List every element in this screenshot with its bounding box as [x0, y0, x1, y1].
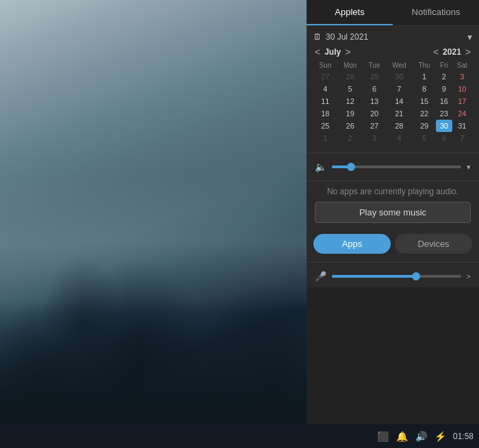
calendar-day[interactable]: 11	[313, 95, 337, 107]
taskbar-bell-icon[interactable]: 🔔	[396, 431, 409, 442]
calendar-day[interactable]: 27	[313, 70, 337, 83]
month-label: July	[324, 47, 341, 57]
calendar-day[interactable]: 6	[363, 83, 386, 95]
current-date-label: 30 Jul 2021	[326, 32, 368, 42]
calendar-day[interactable]: 16	[436, 95, 452, 107]
mic-thumb[interactable]	[412, 272, 420, 280]
calendar-day[interactable]: 28	[385, 120, 413, 132]
weekday-sun: Sun	[313, 60, 337, 70]
calendar-row: 1234567	[313, 132, 472, 144]
weekday-sat: Sat	[452, 60, 472, 70]
mic-dropdown-arrow[interactable]: >	[467, 272, 471, 280]
volume-section: 🔈 ▾	[307, 156, 479, 178]
tab-applets[interactable]: Applets	[307, 0, 393, 25]
calendar-day[interactable]: 7	[385, 83, 413, 95]
calendar-day[interactable]: 30	[385, 70, 413, 83]
mic-section: 🎤 >	[307, 265, 479, 287]
volume-thumb[interactable]	[347, 163, 355, 171]
calendar-day[interactable]: 26	[337, 120, 363, 132]
calendar-row: 25262728293031	[313, 120, 472, 132]
calendar-day[interactable]: 17	[452, 95, 472, 107]
weekday-fri: Fri	[436, 60, 452, 70]
calendar-nav: < July > < 2021 >	[313, 47, 472, 57]
calendar-day[interactable]: 28	[337, 70, 363, 83]
calendar-day[interactable]: 10	[452, 83, 472, 95]
volume-dropdown-arrow[interactable]: ▾	[467, 163, 471, 172]
tabs-bar: Applets Notifications	[307, 0, 479, 26]
apps-toggle-button[interactable]: Apps	[313, 234, 391, 254]
mic-track	[332, 275, 461, 278]
calendar-section: 🗓 30 Jul 2021 ▾ < July > < 2021 > Sun	[307, 26, 479, 150]
calendar-day[interactable]: 5	[413, 132, 436, 144]
tab-notifications[interactable]: Notifications	[393, 0, 479, 25]
weekday-wed: Wed	[385, 60, 413, 70]
date-header-left: 🗓 30 Jul 2021	[313, 32, 368, 42]
weekday-header-row: Sun Mon Tue Wed Thu Fri Sat	[313, 60, 472, 70]
calendar-day[interactable]: 4	[385, 132, 413, 144]
calendar-row: 27282930123	[313, 70, 472, 83]
calendar-day[interactable]: 9	[436, 83, 452, 95]
calendar-day[interactable]: 22	[413, 107, 436, 120]
prev-month-arrow[interactable]: <	[313, 47, 322, 57]
date-header: 🗓 30 Jul 2021 ▾	[313, 31, 472, 42]
volume-icon: 🔈	[315, 161, 326, 172]
calendar-row: 11121314151617	[313, 95, 472, 107]
mic-slider[interactable]	[332, 275, 461, 278]
calendar-day[interactable]: 14	[385, 95, 413, 107]
calendar-day[interactable]: 20	[363, 107, 386, 120]
calendar-grid: Sun Mon Tue Wed Thu Fri Sat 272829301234…	[313, 60, 472, 144]
calendar-day[interactable]: 30	[436, 120, 452, 132]
taskbar-volume-icon[interactable]: 🔊	[415, 431, 428, 442]
wallpaper	[0, 0, 308, 448]
date-header-dropdown[interactable]: ▾	[467, 31, 472, 42]
no-audio-text: No apps are currently playing audio.	[315, 187, 471, 196]
calendar-day[interactable]: 3	[452, 70, 472, 83]
calendar-row: 45678910	[313, 83, 472, 95]
volume-slider[interactable]	[332, 166, 461, 168]
calendar-day[interactable]: 24	[452, 107, 472, 120]
calendar-day[interactable]: 7	[452, 132, 472, 144]
calendar-day[interactable]: 3	[363, 132, 386, 144]
calendar-day[interactable]: 27	[363, 120, 386, 132]
calendar-row: 18192021222324	[313, 107, 472, 120]
calendar-day[interactable]: 4	[313, 83, 337, 95]
calendar-day[interactable]: 25	[313, 120, 337, 132]
calendar-day[interactable]: 2	[337, 132, 363, 144]
taskbar-time: 01:58	[453, 432, 474, 441]
taskbar-window-icon[interactable]: ⬛	[376, 431, 390, 442]
calendar-day[interactable]: 5	[337, 83, 363, 95]
calendar-day[interactable]: 29	[413, 120, 436, 132]
calendar-day[interactable]: 12	[337, 95, 363, 107]
calendar-day[interactable]: 1	[313, 132, 337, 144]
calendar-day[interactable]: 31	[452, 120, 472, 132]
calendar-day[interactable]: 6	[436, 132, 452, 144]
apps-devices-toggle: Apps Devices	[307, 228, 479, 259]
prev-year-arrow[interactable]: <	[432, 47, 440, 57]
calendar-day[interactable]: 29	[363, 70, 386, 83]
divider-3	[307, 262, 479, 263]
month-nav: < July >	[313, 47, 352, 57]
calendar-day[interactable]: 2	[436, 70, 452, 83]
weekday-thu: Thu	[413, 60, 436, 70]
taskbar: ⬛ 🔔 🔊 ⚡ 01:58	[0, 424, 479, 448]
calendar-day[interactable]: 23	[436, 107, 452, 120]
calendar-day[interactable]: 19	[337, 107, 363, 120]
next-year-arrow[interactable]: >	[464, 47, 472, 57]
next-month-arrow[interactable]: >	[344, 47, 352, 57]
divider-2	[307, 181, 479, 181]
calendar-day[interactable]: 21	[385, 107, 413, 120]
calendar-day[interactable]: 15	[413, 95, 436, 107]
mic-icon: 🎤	[315, 271, 326, 282]
calendar-day[interactable]: 18	[313, 107, 337, 120]
calendar-day[interactable]: 1	[413, 70, 436, 83]
devices-toggle-button[interactable]: Devices	[395, 234, 472, 254]
taskbar-power-icon[interactable]: ⚡	[434, 431, 448, 442]
panel: Applets Notifications 🗓 30 Jul 2021 ▾ < …	[307, 0, 479, 424]
calendar-icon: 🗓	[313, 32, 322, 42]
volume-track	[332, 166, 461, 168]
mic-fill	[332, 275, 416, 278]
play-music-button[interactable]: Play some music	[315, 202, 471, 223]
calendar-day[interactable]: 13	[363, 95, 386, 107]
year-label: 2021	[443, 47, 461, 57]
calendar-day[interactable]: 8	[413, 83, 436, 95]
